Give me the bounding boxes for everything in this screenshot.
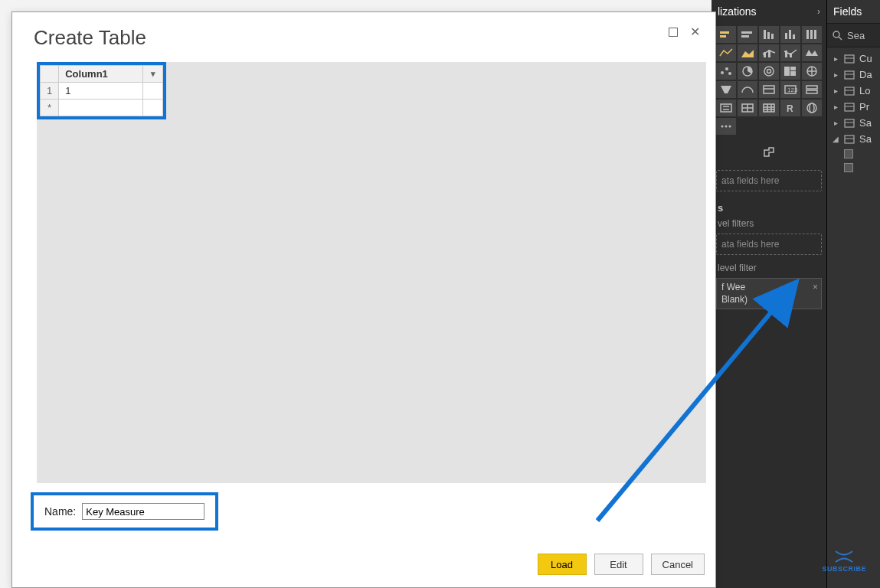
chevron-right-icon: › xyxy=(817,6,820,17)
viz-stacked-bar-h-icon[interactable] xyxy=(738,26,757,43)
viz-clustered-bar-icon[interactable] xyxy=(759,26,779,43)
viz-100-stacked-icon[interactable] xyxy=(802,26,822,43)
svg-point-17 xyxy=(721,71,724,74)
field-column-1[interactable] xyxy=(827,147,880,161)
close-icon[interactable]: × xyxy=(813,282,818,294)
page-level-filters-label: level filter xyxy=(712,260,826,273)
svg-line-52 xyxy=(839,37,842,40)
load-button[interactable]: Load xyxy=(538,554,587,575)
svg-rect-59 xyxy=(845,103,854,111)
field-table-lo[interactable]: ▸Lo xyxy=(827,83,880,99)
viz-globe-icon[interactable] xyxy=(802,100,822,116)
fields-panel: Fields Sea ▸Cu ▸Da ▸Lo ▸Pr ▸Sa ◢Sa xyxy=(826,0,880,588)
fields-search[interactable]: Sea xyxy=(827,23,880,47)
search-placeholder: Sea xyxy=(847,30,865,41)
dialog-buttons: Load Edit Cancel xyxy=(538,554,705,575)
viz-pie-icon[interactable] xyxy=(738,63,757,80)
close-icon[interactable]: ✕ xyxy=(690,26,700,38)
viz-combo1-icon[interactable] xyxy=(759,44,779,61)
viz-slicer-icon[interactable] xyxy=(716,100,736,116)
svg-rect-6 xyxy=(771,34,774,39)
viz-stacked-bar-icon[interactable] xyxy=(716,26,736,43)
dialog-title: Create Table xyxy=(34,26,146,50)
dialog-titlebar: Create Table ✕ xyxy=(12,12,715,57)
viz-clustered-column-icon[interactable] xyxy=(780,26,800,43)
table-name-input[interactable] xyxy=(82,503,204,520)
field-table-sa-expanded[interactable]: ◢Sa xyxy=(827,131,880,147)
viz-donut-icon[interactable] xyxy=(759,63,779,80)
svg-rect-33 xyxy=(806,90,817,93)
column-header[interactable]: Column1 xyxy=(59,66,143,83)
right-panels: lizations › 123 xyxy=(712,0,880,588)
viz-card-icon[interactable] xyxy=(759,81,779,98)
viz-ribbon-icon[interactable] xyxy=(802,44,822,61)
viz-gauge-icon[interactable] xyxy=(738,81,757,98)
filter-chip[interactable]: × f Wee Blank) xyxy=(716,278,822,309)
viz-table-icon[interactable] xyxy=(738,100,757,116)
checkbox-icon[interactable] xyxy=(844,149,853,158)
viz-multirow-icon[interactable] xyxy=(802,81,822,98)
field-table-cu[interactable]: ▸Cu xyxy=(827,51,880,67)
svg-rect-55 xyxy=(845,71,854,79)
format-tab[interactable] xyxy=(712,141,826,165)
field-table-sa[interactable]: ▸Sa xyxy=(827,115,880,131)
visualizations-header[interactable]: lizations › xyxy=(712,0,826,23)
field-table-da[interactable]: ▸Da xyxy=(827,67,880,83)
svg-rect-10 xyxy=(806,30,809,39)
viz-more-icon[interactable] xyxy=(716,118,736,135)
svg-rect-57 xyxy=(845,87,854,95)
subscribe-badge[interactable]: SUBSCRIBE xyxy=(822,550,866,573)
svg-rect-28 xyxy=(764,86,774,93)
fields-header[interactable]: Fields xyxy=(827,0,880,23)
chevron-right-icon: ▸ xyxy=(832,103,839,111)
viz-area-icon[interactable] xyxy=(716,44,736,61)
corner-cell xyxy=(41,66,59,83)
field-table-pr[interactable]: ▸Pr xyxy=(827,99,880,115)
name-label: Name: xyxy=(44,505,76,518)
viz-combo2-icon[interactable] xyxy=(780,44,800,61)
table-preview[interactable]: Column1 ▾ 1 1 * xyxy=(40,65,163,116)
create-table-dialog: Create Table ✕ Column1 ▾ 1 1 * xyxy=(11,11,716,588)
viz-matrix-icon[interactable] xyxy=(759,100,779,116)
chevron-down-icon: ◢ xyxy=(832,135,839,143)
field-column-2[interactable] xyxy=(827,161,880,175)
field-label: Pr xyxy=(859,101,869,113)
field-label: Cu xyxy=(859,53,872,64)
window-controls: ✕ xyxy=(669,26,700,38)
cell-new-expand[interactable] xyxy=(143,100,163,116)
viz-funnel-icon[interactable] xyxy=(716,81,736,98)
viz-kpi-icon[interactable]: 123 xyxy=(780,81,800,98)
table-icon xyxy=(844,87,855,96)
svg-rect-24 xyxy=(790,67,796,70)
new-row-marker[interactable]: * xyxy=(41,100,59,116)
svg-point-47 xyxy=(810,103,814,113)
svg-rect-63 xyxy=(845,136,854,143)
edit-button[interactable]: Edit xyxy=(594,554,643,575)
values-dropzone[interactable]: ata fields here xyxy=(716,170,822,191)
viz-map-icon[interactable] xyxy=(802,63,822,80)
svg-text:R: R xyxy=(787,103,793,114)
svg-point-48 xyxy=(721,126,724,128)
add-column-button[interactable]: ▾ xyxy=(143,66,163,83)
viz-r-icon[interactable]: R xyxy=(780,100,800,116)
svg-rect-32 xyxy=(806,86,817,89)
filter-chip-line1: f Wee xyxy=(721,282,816,294)
chevron-right-icon: ▸ xyxy=(832,87,839,95)
svg-rect-53 xyxy=(845,55,854,63)
field-label: Da xyxy=(859,69,872,80)
fields-title: Fields xyxy=(833,5,862,18)
svg-point-49 xyxy=(725,126,728,128)
cancel-button[interactable]: Cancel xyxy=(651,554,705,575)
maximize-icon[interactable] xyxy=(669,28,678,37)
cell-r1-expand[interactable] xyxy=(143,83,163,100)
cell-new-c1[interactable] xyxy=(59,100,143,116)
viz-treemap-icon[interactable] xyxy=(780,63,800,80)
svg-point-18 xyxy=(725,67,728,70)
svg-rect-2 xyxy=(741,31,752,34)
cell-r1c1[interactable]: 1 xyxy=(59,83,143,100)
viz-scatter-icon[interactable] xyxy=(716,63,736,80)
viz-line-icon[interactable] xyxy=(738,44,757,61)
checkbox-icon[interactable] xyxy=(844,163,853,172)
table-preview-highlight: Column1 ▾ 1 1 * xyxy=(37,62,166,119)
visual-filters-dropzone[interactable]: ata fields here xyxy=(716,234,822,255)
